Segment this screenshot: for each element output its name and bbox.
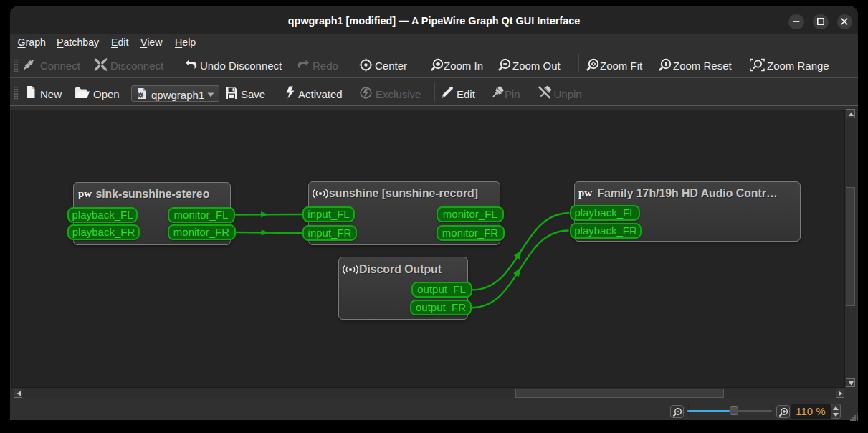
svg-text:pw: pw xyxy=(578,188,592,199)
svg-text:pw: pw xyxy=(78,189,92,199)
